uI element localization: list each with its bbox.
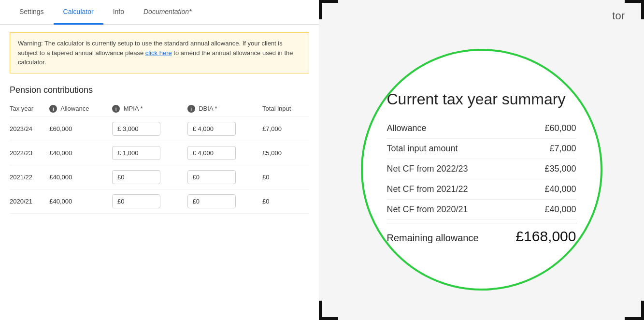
table-row: 2023/24 £60,000 £7,000 [10,117,309,141]
summary-value-net-cf-2022: £35,000 [544,164,576,174]
dbia-input-2[interactable] [187,170,236,184]
cell-year-1: 2022/23 [10,141,49,165]
cell-dbia-3[interactable] [187,189,263,214]
summary-label-allowance: Allowance [387,123,427,133]
corner-tr [625,0,644,19]
summary-value-total-input: £7,000 [549,144,576,154]
cell-total-2: £0 [262,165,309,189]
cell-year-0: 2023/24 [10,117,49,141]
corner-tl [319,0,338,19]
warning-link[interactable]: click here [145,49,172,57]
summary-row-net-cf-2021: Net CF from 2021/22 £40,000 [387,179,576,200]
summary-row-total-input: Total input amount £7,000 [387,139,576,159]
tab-bar: Settings Calculator Info Documentation* [0,0,319,25]
top-right-label: tor [612,10,625,22]
cell-allowance-1: £40,000 [49,141,112,165]
summary-label-total-input: Total input amount [387,144,458,154]
cell-year-2: 2021/22 [10,165,49,189]
mpia-input-3[interactable] [112,194,160,208]
left-panel: Settings Calculator Info Documentation* … [0,0,319,320]
cell-dbia-0[interactable] [187,117,263,141]
warning-banner: Warning: The calculator is currently set… [10,32,309,73]
mpia-input-0[interactable] [112,122,160,136]
summary-label-net-cf-2021: Net CF from 2021/22 [387,184,468,194]
corner-br [625,301,644,320]
corner-bl [319,301,338,320]
summary-label-net-cf-2020: Net CF from 2020/21 [387,204,468,215]
col-header-tax-year: Tax year [10,101,49,117]
cell-mpia-0[interactable] [112,117,187,141]
dbia-input-1[interactable] [187,146,236,160]
cell-dbia-2[interactable] [187,165,263,189]
col-header-mpia: i MPIA * [112,101,187,117]
table-row: 2021/22 £40,000 £0 [10,165,309,189]
section-title: Pension contributions [0,81,319,101]
contributions-table-container: Tax year i Allowance i MPIA * i DBIA * [0,101,319,214]
summary-circle: Current tax year summary Allowance £60,0… [361,49,602,291]
cell-allowance-3: £40,000 [49,189,112,214]
mpia-input-2[interactable] [112,170,160,184]
cell-total-1: £5,000 [262,141,309,165]
summary-value-net-cf-2021: £40,000 [544,184,576,194]
table-row: 2022/23 £40,000 £5,000 [10,141,309,165]
allowance-info-icon[interactable]: i [49,105,57,113]
cell-mpia-3[interactable] [112,189,187,214]
summary-row-net-cf-2020: Net CF from 2020/21 £40,000 [387,200,576,220]
summary-value-allowance: £60,000 [544,123,576,133]
summary-title: Current tax year summary [387,90,576,108]
mpia-info-icon[interactable]: i [112,105,120,113]
dbia-info-icon[interactable]: i [187,105,195,113]
tab-settings[interactable]: Settings [10,0,54,25]
table-row: 2020/21 £40,000 £0 [10,189,309,214]
cell-allowance-2: £40,000 [49,165,112,189]
cell-total-0: £7,000 [262,117,309,141]
tab-info[interactable]: Info [103,0,134,25]
cell-total-3: £0 [262,189,309,214]
summary-row-net-cf-2022: Net CF from 2022/23 £35,000 [387,159,576,179]
mpia-input-1[interactable] [112,146,160,160]
summary-label-remaining: Remaining allowance [387,233,479,244]
col-header-total-input: Total input [262,101,309,117]
summary-row-remaining: Remaining allowance £168,000 [387,223,576,249]
tab-calculator[interactable]: Calculator [54,0,103,25]
tab-documentation[interactable]: Documentation* [134,0,201,25]
summary-value-remaining: £168,000 [515,228,576,245]
summary-value-net-cf-2020: £40,000 [544,204,576,215]
summary-row-allowance: Allowance £60,000 [387,118,576,139]
contributions-table: Tax year i Allowance i MPIA * i DBIA * [10,101,309,214]
cell-dbia-1[interactable] [187,141,263,165]
cell-mpia-1[interactable] [112,141,187,165]
dbia-input-3[interactable] [187,194,236,208]
dbia-input-0[interactable] [187,122,236,136]
right-panel: tor Current tax year summary Allowance £… [319,0,644,320]
cell-allowance-0: £60,000 [49,117,112,141]
summary-label-net-cf-2022: Net CF from 2022/23 [387,164,468,174]
col-header-allowance: i Allowance [49,101,112,117]
cell-year-3: 2020/21 [10,189,49,214]
cell-mpia-2[interactable] [112,165,187,189]
col-header-dbia: i DBIA * [187,101,263,117]
